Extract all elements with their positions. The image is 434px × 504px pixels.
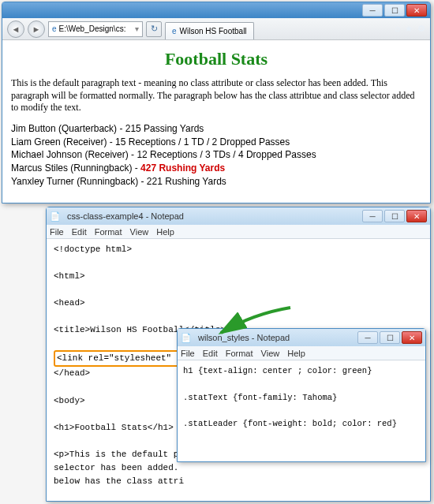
dropdown-icon[interactable]: ▾ bbox=[135, 24, 139, 33]
stat-leader-value: 427 Rushing Yards bbox=[140, 162, 225, 174]
back-button[interactable]: ◄ bbox=[7, 21, 24, 38]
refresh-button[interactable]: ↻ bbox=[146, 21, 162, 37]
menu-item-format[interactable]: Format bbox=[226, 349, 253, 358]
ie-logo-icon: e bbox=[52, 24, 57, 33]
code-after: </head> <body> <h1>Football Stats</h1> <… bbox=[54, 368, 184, 500]
menu-item-file[interactable]: File bbox=[181, 349, 195, 358]
stat-text-block: Jim Button (Quarterback) - 215 Passing Y… bbox=[11, 122, 421, 189]
notepad1-titlebar: 📄 css-class-example4 - Notepad ─ ☐ ✕ bbox=[47, 207, 430, 225]
browser-tab[interactable]: e Wilson HS Football bbox=[165, 22, 254, 39]
address-bar[interactable]: e E:\Web_Design\cs: ▾ bbox=[48, 21, 143, 37]
stat-line: Liam Green (Receiver) - 15 Receptions / … bbox=[11, 136, 290, 147]
menu-item-format[interactable]: Format bbox=[95, 227, 122, 237]
stat-line: Marcus Stiles (Runningback) - 427 Rushin… bbox=[11, 162, 225, 174]
stat-line: Yanxley Turner (Runningback) - 221 Rushi… bbox=[11, 176, 226, 187]
notepad-icon: 📄 bbox=[50, 211, 61, 222]
notepad2-content[interactable]: h1 {text-align: center ; color: green} .… bbox=[178, 361, 425, 461]
notepad2-titlebar: 📄 wilson_styles - Notepad ─ ☐ ✕ bbox=[178, 329, 425, 346]
menu-item-help[interactable]: Help bbox=[156, 227, 174, 237]
notepad1-menubar: FileEditFormatViewHelp bbox=[47, 225, 430, 239]
forward-button[interactable]: ► bbox=[28, 21, 45, 38]
address-text: E:\Web_Design\cs: bbox=[59, 24, 126, 33]
code-before: <!doctype html> <html> <head> <title>Wil… bbox=[54, 245, 226, 334]
minimize-button[interactable]: ─ bbox=[357, 331, 378, 344]
menu-item-help[interactable]: Help bbox=[287, 349, 305, 358]
page-heading: Football Stats bbox=[11, 49, 421, 69]
menu-item-view[interactable]: View bbox=[130, 227, 149, 237]
tab-label: Wilson HS Football bbox=[180, 27, 247, 35]
menu-item-edit[interactable]: Edit bbox=[72, 227, 87, 237]
stat-line: Michael Johnson (Receiver) - 12 Receptio… bbox=[11, 149, 316, 160]
close-button[interactable]: ✕ bbox=[406, 4, 427, 17]
notepad-window-css: 📄 wilson_styles - Notepad ─ ☐ ✕ FileEdit… bbox=[177, 328, 426, 462]
maximize-button[interactable]: ☐ bbox=[380, 331, 400, 344]
favorites-icon[interactable]: ★ bbox=[405, 24, 413, 34]
gear-icon[interactable]: ⚙ bbox=[417, 24, 425, 34]
stat-line: Jim Button (Quarterback) - 215 Passing Y… bbox=[11, 123, 204, 134]
notepad2-title: wilson_styles - Notepad bbox=[195, 333, 357, 342]
notepad1-title: css-class-example4 - Notepad bbox=[64, 211, 362, 221]
close-button[interactable]: ✕ bbox=[406, 210, 427, 222]
home-icon[interactable]: ⌂ bbox=[395, 24, 400, 34]
browser-navbar: ◄ ► e E:\Web_Design\cs: ▾ ↻ e Wilson HS … bbox=[2, 18, 430, 40]
ie-logo-icon: e bbox=[172, 27, 177, 35]
menu-item-view[interactable]: View bbox=[261, 349, 280, 358]
maximize-button[interactable]: ☐ bbox=[384, 210, 405, 222]
notepad2-menubar: FileEditFormatViewHelp bbox=[178, 346, 425, 360]
close-button[interactable]: ✕ bbox=[402, 331, 422, 344]
intro-paragraph: This is the default paragraph text - mea… bbox=[11, 77, 421, 114]
menu-item-file[interactable]: File bbox=[50, 227, 64, 237]
browser-titlebar: ─ ☐ ✕ bbox=[2, 2, 430, 18]
browser-window: ─ ☐ ✕ ◄ ► e E:\Web_Design\cs: ▾ ↻ e Wils… bbox=[2, 2, 431, 203]
maximize-button[interactable]: ☐ bbox=[384, 4, 405, 17]
minimize-button[interactable]: ─ bbox=[362, 210, 383, 222]
notepad-icon: 📄 bbox=[181, 333, 192, 343]
menu-item-edit[interactable]: Edit bbox=[203, 349, 218, 358]
browser-viewport: Football Stats This is the default parag… bbox=[3, 41, 429, 202]
minimize-button[interactable]: ─ bbox=[362, 4, 383, 17]
